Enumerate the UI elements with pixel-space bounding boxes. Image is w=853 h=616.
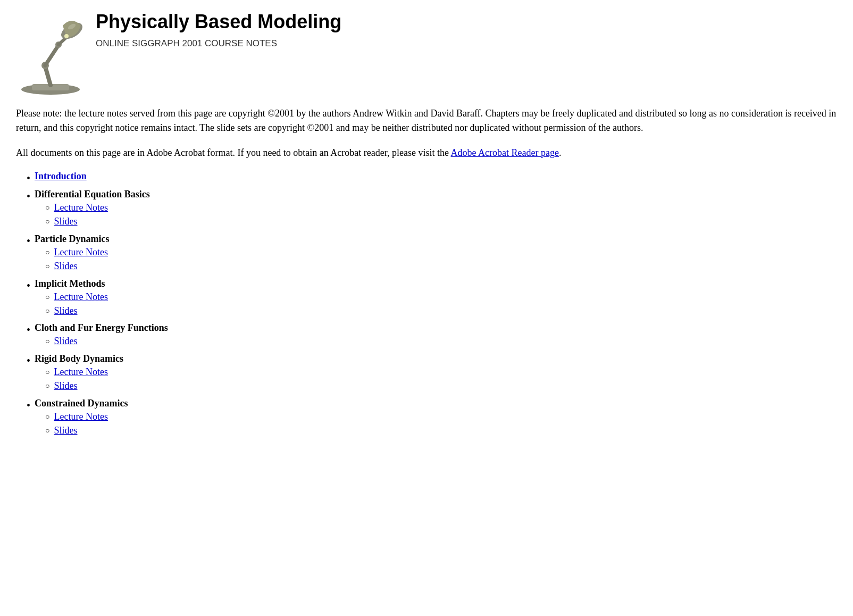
sub-link-slides[interactable]: Slides [54,261,77,272]
topic-heading-particle-dynamics: Particle Dynamics [35,234,109,244]
lamp-icon [16,11,85,96]
acrobat-text-after: . [559,147,562,158]
sub-list-item: ○Slides [45,336,837,347]
copyright-paragraph: Please note: the lecture notes served fr… [16,106,837,135]
sub-bullet-icon: ○ [45,411,49,423]
sub-list-item: ○Lecture Notes [45,202,837,214]
sub-link-slides[interactable]: Slides [54,305,77,317]
svg-line-2 [45,66,51,85]
sub-link-lecture-notes[interactable]: Lecture Notes [54,247,107,258]
sub-bullet-icon: ○ [45,305,49,317]
bullet-icon: • [27,398,30,413]
acrobat-text-before: All documents on this page are in Adobe … [16,147,451,158]
svg-line-4 [45,45,58,65]
sub-bullet-icon: ○ [45,425,49,437]
bullet-icon: • [27,189,30,204]
sub-link-lecture-notes[interactable]: Lecture Notes [54,292,107,303]
topic-heading-differential-equation-basics: Differential Equation Basics [35,189,150,199]
topic-link-introduction[interactable]: Introduction [35,171,87,181]
bullet-icon: • [27,278,30,293]
course-list: •Introduction•Differential Equation Basi… [16,171,837,439]
sub-list-item: ○Lecture Notes [45,292,837,303]
page-subtitle: ONLINE SIGGRAPH 2001 COURSE NOTES [96,38,837,49]
sub-link-slides[interactable]: Slides [54,336,77,347]
topic-heading-constrained-dynamics: Constrained Dynamics [35,398,128,409]
sub-link-slides[interactable]: Slides [54,425,77,436]
sub-bullet-icon: ○ [45,202,49,214]
sub-bullet-icon: ○ [45,247,49,259]
sub-link-lecture-notes[interactable]: Lecture Notes [54,411,107,422]
sub-bullet-icon: ○ [45,292,49,303]
bullet-icon: • [27,353,30,368]
course-list-item-implicit-methods: •Implicit Methods○Lecture Notes○Slides [27,278,837,320]
sub-list-item: ○Slides [45,305,837,317]
course-list-item-constrained-dynamics: •Constrained Dynamics○Lecture Notes○Slid… [27,398,837,439]
sub-list-rigid-body-dynamics: ○Lecture Notes○Slides [35,367,837,393]
course-list-item-particle-dynamics: •Particle Dynamics○Lecture Notes○Slides [27,234,837,275]
sub-bullet-icon: ○ [45,336,49,347]
sub-list-item: ○Lecture Notes [45,411,837,423]
sub-bullet-icon: ○ [45,261,49,272]
sub-list-particle-dynamics: ○Lecture Notes○Slides [35,247,837,273]
sub-bullet-icon: ○ [45,367,49,378]
sub-list-constrained-dynamics: ○Lecture Notes○Slides [35,411,837,437]
acrobat-paragraph: All documents on this page are in Adobe … [16,146,837,160]
sub-list-cloth-and-fur-energy-functions: ○Slides [35,336,837,347]
course-list-item-differential-equation-basics: •Differential Equation Basics○Lecture No… [27,189,837,230]
bullet-icon: • [27,171,30,186]
sub-link-lecture-notes[interactable]: Lecture Notes [54,367,107,378]
bullet-icon: • [27,322,30,337]
topic-heading-cloth-and-fur-energy-functions: Cloth and Fur Energy Functions [35,322,168,333]
header-text: Physically Based Modeling ONLINE SIGGRAP… [96,11,837,49]
sub-list-differential-equation-basics: ○Lecture Notes○Slides [35,202,837,228]
sub-list-item: ○Lecture Notes [45,367,837,378]
sub-link-lecture-notes[interactable]: Lecture Notes [54,202,107,213]
page-title: Physically Based Modeling [96,11,837,33]
sub-list-item: ○Slides [45,261,837,272]
svg-point-9 [64,34,69,38]
acrobat-reader-link[interactable]: Adobe Acrobat Reader page [451,147,559,158]
sub-bullet-icon: ○ [45,216,49,228]
sub-list-item: ○Slides [45,380,837,392]
bullet-icon: • [27,234,30,248]
sub-link-slides[interactable]: Slides [54,380,77,392]
sub-link-slides[interactable]: Slides [54,216,77,227]
topic-heading-implicit-methods: Implicit Methods [35,278,105,289]
sub-list-item: ○Lecture Notes [45,247,837,259]
course-list-item-introduction: •Introduction [27,171,837,186]
header-section: Physically Based Modeling ONLINE SIGGRAP… [16,11,837,96]
sub-list-implicit-methods: ○Lecture Notes○Slides [35,292,837,318]
course-list-item-rigid-body-dynamics: •Rigid Body Dynamics○Lecture Notes○Slide… [27,353,837,395]
content-area: Please note: the lecture notes served fr… [16,106,837,439]
topic-heading-rigid-body-dynamics: Rigid Body Dynamics [35,353,123,364]
sub-list-item: ○Slides [45,216,837,228]
course-list-item-cloth-and-fur-energy-functions: •Cloth and Fur Energy Functions○Slides [27,322,837,349]
sub-list-item: ○Slides [45,425,837,437]
sub-bullet-icon: ○ [45,380,49,392]
